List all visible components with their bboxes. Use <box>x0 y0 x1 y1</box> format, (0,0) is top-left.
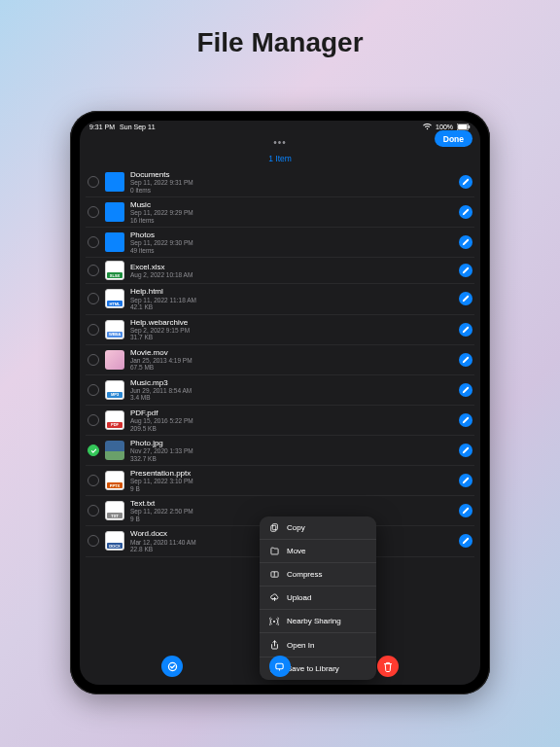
edit-button[interactable] <box>459 292 472 305</box>
file-row[interactable]: MusicSep 11, 2022 9:29 PM16 items <box>86 197 474 228</box>
done-button[interactable]: Done <box>435 130 472 147</box>
selection-count: 1 Item <box>80 154 480 167</box>
file-row[interactable]: PhotosSep 11, 2022 9:30 PM49 items <box>86 228 474 258</box>
file-size: 49 items <box>130 247 459 254</box>
svg-rect-1 <box>458 124 467 129</box>
file-icon: MP3 <box>105 380 124 400</box>
file-date: Sep 11, 2022 9:30 PM <box>130 239 459 246</box>
edit-button[interactable] <box>459 383 472 397</box>
svg-rect-3 <box>272 524 277 530</box>
edit-button[interactable] <box>459 264 472 277</box>
file-date: Aug 15, 2016 5:22 PM <box>130 417 459 424</box>
action-button[interactable] <box>269 656 291 677</box>
file-name: Photos <box>130 231 459 239</box>
file-name: Presentation.pptx <box>130 469 459 478</box>
edit-button[interactable] <box>459 444 472 457</box>
file-meta: DocumentsSep 11, 2022 9:31 PM0 items <box>130 170 459 194</box>
select-all-button[interactable] <box>161 656 183 677</box>
openin-icon <box>269 640 279 650</box>
selection-checkbox[interactable] <box>88 475 99 486</box>
edit-button[interactable] <box>459 504 472 517</box>
file-size: 42.1 KB <box>130 303 459 310</box>
edit-button[interactable] <box>459 205 472 219</box>
menu-item-move[interactable]: Move <box>260 540 376 563</box>
file-size: 31.7 KB <box>130 334 459 340</box>
file-date: Sep 11, 2022 9:29 PM <box>130 209 459 216</box>
file-icon: XLSX <box>105 261 124 280</box>
file-meta: PhotosSep 11, 2022 9:30 PM49 items <box>130 231 459 254</box>
file-row[interactable]: HTMLHelp.htmlSep 11, 2022 11:18 AM42.1 K… <box>86 284 474 314</box>
file-name: Text.txt <box>130 499 459 508</box>
selection-checkbox[interactable] <box>88 324 99 336</box>
selection-checkbox[interactable] <box>88 445 99 456</box>
file-meta: Presentation.pptxSep 11, 2022 3:10 PM9 B <box>130 469 459 492</box>
file-row[interactable]: PPTXPresentation.pptxSep 11, 2022 3:10 P… <box>86 466 474 496</box>
selection-checkbox[interactable] <box>88 206 99 218</box>
file-date: Aug 2, 2022 10:18 AM <box>130 271 459 278</box>
edit-button[interactable] <box>459 413 472 427</box>
file-name: Music.mp3 <box>130 378 459 387</box>
photo-thumbnail <box>105 441 124 460</box>
file-row[interactable]: MP3Music.mp3Jun 29, 2011 8:54 AM3.4 MB <box>86 375 474 406</box>
file-name: Documents <box>130 170 459 179</box>
selection-checkbox[interactable] <box>88 414 99 426</box>
wifi-icon <box>423 124 432 130</box>
menu-item-nearby[interactable]: Nearby Sharing <box>260 610 376 633</box>
selection-checkbox[interactable] <box>88 236 99 248</box>
bottom-toolbar <box>80 656 480 677</box>
selection-checkbox[interactable] <box>88 384 99 396</box>
file-row[interactable]: PDFPDF.pdfAug 15, 2016 5:22 PM209.5 KB <box>86 406 474 436</box>
edit-button[interactable] <box>459 323 472 337</box>
menu-item-label: Upload <box>287 593 311 602</box>
folder-icon <box>105 202 124 222</box>
screen: 9:31 PM Sun Sep 11 100% ••• 1 Item Done … <box>80 121 480 685</box>
selection-checkbox[interactable] <box>88 505 99 516</box>
edit-button[interactable] <box>459 474 472 487</box>
upload-icon <box>269 593 279 602</box>
menu-item-compress[interactable]: Compress <box>260 563 376 587</box>
file-size: 332.7 KB <box>130 455 459 462</box>
battery-percent: 100% <box>436 124 453 130</box>
folder-icon <box>105 232 124 252</box>
menu-item-copy[interactable]: Copy <box>260 516 376 540</box>
file-icon: PDF <box>105 410 124 430</box>
delete-button[interactable] <box>377 656 399 677</box>
selection-checkbox[interactable] <box>88 535 99 547</box>
folder-icon <box>105 172 124 192</box>
compress-icon <box>269 570 279 579</box>
menu-item-label: Nearby Sharing <box>287 617 341 625</box>
file-row[interactable]: DocumentsSep 11, 2022 9:31 PM0 items <box>86 167 474 197</box>
nearby-icon <box>269 617 279 625</box>
file-row[interactable]: Movie.movJan 25, 2013 4:19 PM67.5 MB <box>86 345 474 375</box>
menu-item-upload[interactable]: Upload <box>260 587 376 610</box>
svg-rect-4 <box>270 525 275 531</box>
more-icon[interactable]: ••• <box>273 137 287 148</box>
file-name: Photo.jpg <box>130 439 459 447</box>
file-icon: WEBA <box>105 320 124 339</box>
file-name: PDF.pdf <box>130 409 459 417</box>
file-size: 3.4 MB <box>130 394 459 401</box>
edit-button[interactable] <box>459 175 472 189</box>
file-name: Help.webarchive <box>130 318 459 327</box>
file-row[interactable]: WEBAHelp.webarchiveSep 2, 2022 9:15 PM31… <box>86 315 474 345</box>
file-meta: Help.htmlSep 11, 2022 11:18 AM42.1 KB <box>130 287 459 310</box>
selection-checkbox[interactable] <box>88 354 99 366</box>
selection-checkbox[interactable] <box>88 176 99 188</box>
svg-rect-2 <box>469 125 470 128</box>
file-size: 16 items <box>130 217 459 224</box>
menu-item-openin[interactable]: Open In <box>260 633 376 658</box>
file-date: Nov 27, 2020 1:33 PM <box>130 447 459 454</box>
edit-button[interactable] <box>459 353 472 367</box>
file-icon: TXT <box>105 501 124 520</box>
copy-icon <box>269 523 279 532</box>
file-date: Sep 2, 2022 9:15 PM <box>130 327 459 334</box>
battery-icon <box>457 124 471 130</box>
status-date: Sun Sep 11 <box>120 124 156 130</box>
file-row[interactable]: XLSXExcel.xlsxAug 2, 2022 10:18 AM <box>86 258 474 284</box>
move-icon <box>269 547 279 555</box>
selection-checkbox[interactable] <box>88 265 99 276</box>
edit-button[interactable] <box>459 534 472 548</box>
file-row[interactable]: Photo.jpgNov 27, 2020 1:33 PM332.7 KB <box>86 436 474 466</box>
edit-button[interactable] <box>459 235 472 249</box>
selection-checkbox[interactable] <box>88 293 99 304</box>
